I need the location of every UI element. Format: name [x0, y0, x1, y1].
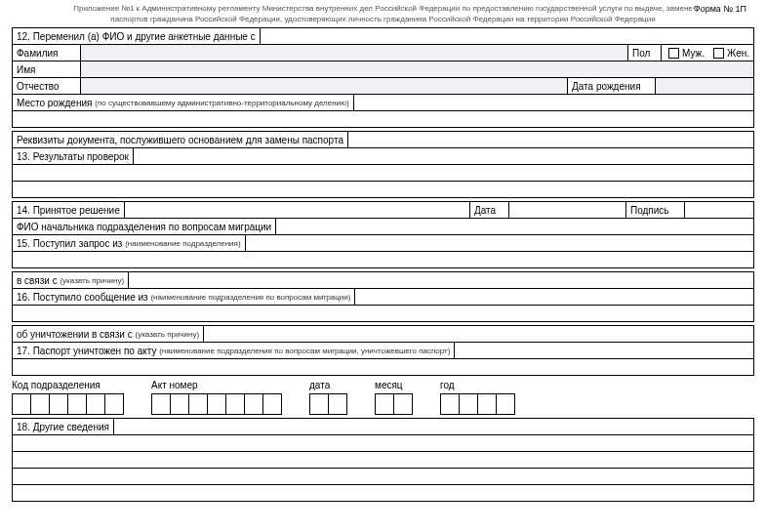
surname-row: Фамилия Пол Муж. Жен.	[12, 44, 754, 61]
section-18-blank1[interactable]	[12, 434, 754, 452]
patronymic-row: Отчество Дата рождения	[12, 77, 754, 95]
name-label: Имя	[13, 61, 81, 77]
section-18-blank3[interactable]	[12, 468, 754, 485]
section-17-title: 17. Паспорт уничтожен по акту (наименова…	[13, 343, 455, 358]
patronymic-label: Отчество	[13, 78, 81, 94]
section-13-row: 13. Результаты проверок	[12, 147, 754, 165]
section-14-chief-row: ФИО начальника подразделения по вопросам…	[12, 218, 754, 235]
section-15-input[interactable]	[246, 235, 753, 251]
female-checkbox[interactable]	[713, 48, 724, 59]
month-label: месяц	[375, 380, 413, 390]
birthplace-note: (по существовавшему административно-терр…	[95, 99, 349, 107]
male-label: Муж.	[682, 48, 705, 59]
month-boxes[interactable]	[375, 393, 413, 415]
surname-input[interactable]	[81, 45, 628, 61]
year-boxes[interactable]	[440, 393, 515, 415]
section-18-input[interactable]	[114, 419, 753, 434]
section-18-row: 18. Другие сведения	[12, 418, 754, 435]
section-17-row: 17. Паспорт уничтожен по акту (наименова…	[12, 342, 754, 359]
section-16-input[interactable]	[355, 289, 753, 305]
section-15-due-row: в связи с (указать причину)	[12, 271, 754, 289]
dept-code-label: Код подразделения	[12, 380, 124, 390]
section-18-blank4[interactable]	[12, 484, 754, 502]
section-12-title-blank[interactable]	[261, 28, 753, 44]
header-line1: Приложение №1 к Административному реглам…	[12, 4, 754, 13]
section-15-note: (наименование подразделения)	[125, 239, 240, 248]
section-17-input[interactable]	[455, 343, 753, 358]
section-15-due-label: в связи с (указать причину)	[13, 272, 129, 288]
male-checkbox[interactable]	[668, 48, 679, 59]
birthplace-label: Место рождения (по существовавшему админ…	[13, 95, 354, 110]
section-16-title: 16. Поступило сообщение из (наименование…	[13, 289, 355, 305]
section-14-chief-label: ФИО начальника подразделения по вопросам…	[13, 219, 276, 234]
section-13-input[interactable]	[134, 148, 753, 164]
patronymic-input[interactable]	[81, 78, 568, 94]
section-18-title: 18. Другие сведения	[13, 419, 114, 434]
section-17-blank[interactable]	[12, 358, 754, 376]
day-group: дата	[309, 380, 347, 415]
section-14-chief-input[interactable]	[276, 219, 753, 234]
section-16-destr-note: (указать причину)	[135, 330, 199, 339]
section-14-sign-label: Подпись	[626, 202, 685, 218]
section-14-sign-input[interactable]	[685, 202, 753, 218]
section-15-title: 15. Поступил запрос из (наименование под…	[13, 235, 246, 251]
header-line2: паспортов гражданина Российской Федераци…	[12, 15, 754, 23]
act-group: Акт номер	[151, 380, 282, 415]
birthplace-row: Место рождения (по существовавшему админ…	[12, 94, 754, 111]
act-label: Акт номер	[151, 380, 282, 390]
section-15-blank[interactable]	[12, 251, 754, 268]
sex-label: Пол	[628, 45, 662, 61]
section-13-blank2[interactable]	[12, 181, 754, 198]
dept-code-boxes[interactable]	[12, 393, 124, 415]
doc-basis-label: Реквизиты документа, послужившего основа…	[13, 132, 348, 147]
doc-basis-row: Реквизиты документа, послужившего основа…	[12, 131, 754, 148]
birthplace-extra-row[interactable]	[12, 110, 754, 128]
code-boxes-row: Код подразделения Акт номер дата месяц г…	[12, 380, 754, 415]
name-input[interactable]	[81, 61, 753, 77]
doc-basis-input[interactable]	[348, 132, 753, 147]
dept-code-group: Код подразделения	[12, 380, 124, 415]
month-group: месяц	[375, 380, 413, 415]
section-12-title-row: 12. Переменил (а) ФИО и другие анкетные …	[12, 27, 754, 45]
name-row: Имя	[12, 61, 754, 78]
section-17-note: (наименование подразделения по вопросам …	[159, 347, 450, 355]
sex-female-cell: Жен.	[706, 45, 753, 61]
section-14-date-label: Дата	[470, 202, 509, 218]
section-14-date-input[interactable]	[509, 202, 626, 218]
section-15-due-input[interactable]	[129, 272, 753, 288]
section-13-blank1[interactable]	[12, 164, 754, 182]
year-label: год	[440, 380, 515, 390]
surname-label: Фамилия	[13, 45, 81, 61]
section-16-destr-label: об уничтожении в связи с (указать причин…	[13, 326, 204, 342]
section-16-blank[interactable]	[12, 305, 754, 322]
section-15-due-note: (указать причину)	[60, 276, 124, 285]
section-14-row: 14. Принятое решение Дата Подпись	[12, 201, 754, 219]
section-16-destr-input[interactable]	[204, 326, 753, 342]
section-18-blank2[interactable]	[12, 451, 754, 469]
section-16-row: 16. Поступило сообщение из (наименование…	[12, 288, 754, 306]
dob-label: Дата рождения	[568, 78, 656, 94]
birthplace-input[interactable]	[354, 95, 753, 110]
section-12-title: 12. Переменил (а) ФИО и другие анкетные …	[13, 28, 261, 44]
day-boxes[interactable]	[309, 393, 347, 415]
year-group: год	[440, 380, 515, 415]
section-16-destr-row: об уничтожении в связи с (указать причин…	[12, 325, 754, 343]
day-label: дата	[309, 380, 347, 390]
section-15-row: 15. Поступил запрос из (наименование под…	[12, 234, 754, 252]
sex-male-cell: Муж.	[662, 45, 706, 61]
form-number: Форма № 1П	[694, 4, 746, 14]
section-16-note: (наименование подразделения по вопросам …	[150, 293, 350, 302]
act-boxes[interactable]	[151, 393, 282, 415]
dob-input[interactable]	[656, 78, 753, 94]
section-14-title: 14. Принятое решение	[13, 202, 125, 218]
female-label: Жен.	[727, 48, 749, 59]
section-13-title: 13. Результаты проверок	[13, 148, 134, 164]
section-14-input[interactable]	[125, 202, 470, 218]
